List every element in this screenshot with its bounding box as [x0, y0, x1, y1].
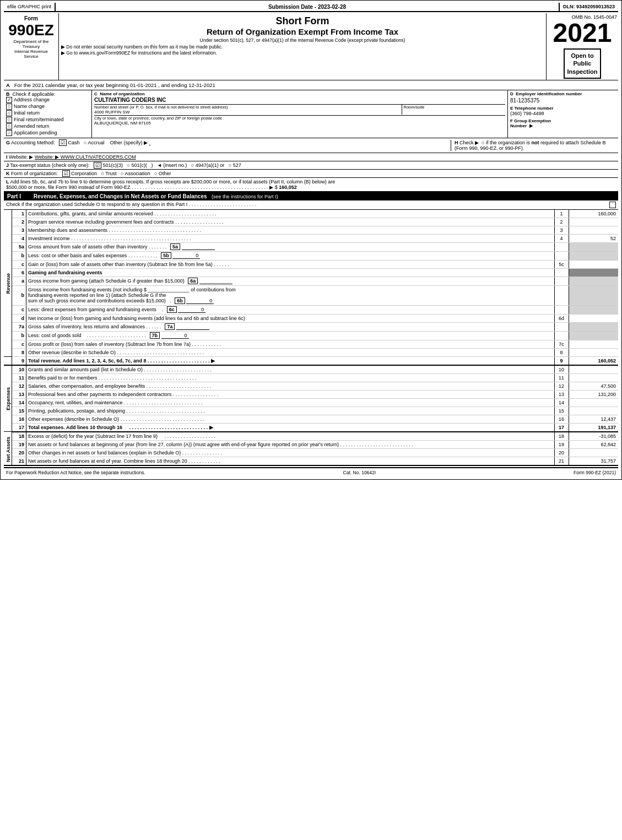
revenue-section-label: Revenue: [4, 210, 12, 357]
name-change-checkbox[interactable]: ○: [6, 104, 12, 110]
ein-number: 81-1235375: [510, 97, 616, 104]
tax-form-page: efile GRAPHIC print Submission Date - 20…: [0, 0, 622, 480]
checkbox-amended-return: ○ Amended return: [6, 123, 89, 129]
section-f-label: F Group ExemptionNumber ▶: [510, 118, 616, 128]
section-bcd: B Check if applicable: Address change ○ …: [4, 90, 618, 138]
table-row: 11 Benefits paid to or for members . . .…: [4, 373, 618, 382]
section-d: D Employer identification number 81-1235…: [508, 90, 618, 138]
j-501c3-checkbox[interactable]: ☑: [94, 162, 101, 169]
section-a: A For the 2021 calendar year, or tax yea…: [4, 80, 618, 90]
open-to-public-badge: Open to Public Inspection: [564, 48, 601, 79]
footer-form-number: Form 990-EZ (2021): [574, 470, 616, 475]
j-501c-radio[interactable]: ○: [127, 162, 129, 168]
part1-header: Part I Revenue, Expenses, and Changes in…: [4, 192, 618, 200]
expenses-table: Expenses 10 Grants and similar amounts p…: [4, 366, 618, 432]
cash-checkbox[interactable]: ☑: [59, 139, 67, 146]
section-h: H Check ▶ ○ if the organization is not r…: [451, 140, 616, 151]
city-row: City or town, state or province, country…: [94, 115, 505, 126]
form-year-block: OMB No. 1545-0047 2021 Open to Public In…: [547, 13, 618, 80]
section-g: G Accounting Method: ☑ Cash ○ Accrual Ot…: [6, 140, 451, 151]
amended-return-checkbox[interactable]: ○: [6, 123, 12, 129]
table-row: b Less: cost or other basis and sales ex…: [4, 251, 618, 260]
initial-return-checkbox[interactable]: ○: [6, 110, 12, 116]
part1-title: Revenue, Expenses, and Changes in Net As…: [34, 193, 278, 199]
room-suite: Room/suite: [402, 105, 506, 115]
net-assets-table: Net Assets 18 Excess or (deficit) for th…: [4, 432, 618, 466]
section-b: B Check if applicable: Address change ○ …: [4, 90, 92, 138]
j-4947-radio[interactable]: ○: [191, 162, 194, 168]
revenue-table: Revenue 1 Contributions, gifts, grants, …: [4, 210, 618, 366]
line-amount-1: 160,000: [569, 210, 618, 218]
table-row: a Gross income from gaming (attach Sched…: [4, 277, 618, 285]
table-row: b Gross income from fundraising events (…: [4, 285, 618, 305]
table-row: Revenue 1 Contributions, gifts, grants, …: [4, 210, 618, 218]
website-url: Website: ▶ WWW.CULTIVATECODERS.COM: [35, 154, 136, 160]
table-row: 12 Salaries, other compensation, and emp…: [4, 382, 618, 390]
k-trust-radio[interactable]: ○: [101, 171, 104, 176]
address-row: Number and street (or P. O. box, if mail…: [94, 104, 505, 115]
form-number-block: Form 990EZ Department of the Treasury In…: [4, 13, 59, 80]
address-change-checkbox[interactable]: [6, 97, 12, 103]
form-number: 990EZ: [8, 21, 54, 39]
street-address: Number and street (or P. O. box, if mail…: [94, 105, 399, 115]
schedule-o-checkbox[interactable]: [609, 202, 616, 208]
form-label: Form: [24, 15, 38, 21]
app-pending-checkbox[interactable]: ○: [6, 130, 12, 136]
checkbox-final-return: ○ Final return/terminated: [6, 117, 89, 123]
table-row: 16 Other expenses (describe in Schedule …: [4, 415, 618, 423]
table-row: 15 Printing, publications, postage, and …: [4, 407, 618, 415]
table-row: 6 Gaming and fundraising events: [4, 268, 618, 277]
top-header: efile GRAPHIC print Submission Date - 20…: [4, 3, 618, 12]
part1-label: Part I: [7, 193, 21, 199]
table-row: 14 Occupancy, rent, utilities, and maint…: [4, 398, 618, 407]
footer-cat-number: Cat. No. 10642I: [343, 470, 376, 475]
line-desc-1: Contributions, gifts, grants, and simila…: [26, 210, 555, 218]
section-c-title: C Name of organization: [94, 91, 505, 96]
net-assets-section-label: Net Assets: [4, 432, 12, 465]
table-row: 8 Other revenue (describe in Schedule O)…: [4, 348, 618, 356]
efile-label: efile GRAPHIC print: [4, 3, 56, 11]
k-assoc-radio[interactable]: ○: [121, 171, 123, 176]
table-row: 4 Investment income . . . . . . . . . . …: [4, 234, 618, 242]
k-other-radio[interactable]: ○: [154, 171, 157, 176]
table-row: 5a Gross amount from sale of assets othe…: [4, 242, 618, 251]
table-row: d Net income or (loss) from gaming and f…: [4, 314, 618, 322]
table-row: Net Assets 18 Excess or (deficit) for th…: [4, 432, 618, 441]
table-row: 17 Total expenses. Add lines 10 through …: [4, 423, 618, 432]
form-header: Form 990EZ Department of the Treasury In…: [4, 13, 618, 80]
part1-check-line: Check if the organization used Schedule …: [4, 200, 618, 210]
form-notice1: ▶ Do not enter social security numbers o…: [61, 44, 544, 50]
line-ref-1: 1: [554, 210, 569, 218]
table-row: 9 Total revenue. Add lines 1, 2, 3, 4, 5…: [4, 356, 618, 365]
table-row: 7a Gross sales of inventory, less return…: [4, 322, 618, 331]
k-corp-checkbox[interactable]: ☑: [62, 170, 70, 177]
dln-number: DLN: 93492059013523: [560, 3, 618, 11]
line-num-1: 1: [12, 210, 26, 218]
table-row: 19 Net assets or fund balances at beginn…: [4, 440, 618, 448]
tax-year: 2021: [553, 20, 612, 46]
table-row: 21 Net assets or fund balances at end of…: [4, 457, 618, 465]
short-form-title: Short Form: [61, 15, 544, 27]
section-l-amount: 160,052: [279, 185, 297, 190]
section-k: K Form of organization: ☑ Corporation ○ …: [4, 170, 618, 178]
section-e-label: E Telephone number: [510, 106, 616, 111]
form-title-block: Short Form Return of Organization Exempt…: [59, 13, 547, 80]
section-gh: G Accounting Method: ☑ Cash ○ Accrual Ot…: [4, 138, 618, 153]
table-row: 3 Membership dues and assessments . . . …: [4, 226, 618, 234]
table-row: c Less: direct expenses from gaming and …: [4, 305, 618, 314]
form-subtitle: Under section 501(c), 527, or 4947(a)(1)…: [61, 37, 544, 43]
section-d-title: D Employer identification number: [510, 91, 616, 96]
section-b-label: B Check if applicable:: [6, 91, 89, 97]
page-footer: For Paperwork Reduction Act Notice, see …: [4, 467, 618, 477]
checkbox-address-change: Address change: [6, 97, 89, 103]
section-i: I Website: ▶ Website: ▶ WWW.CULTIVATECOD…: [4, 153, 618, 161]
expenses-section-label: Expenses: [4, 366, 12, 432]
form-notice2: ▶ Go to www.irs.gov/Form990EZ for instru…: [61, 50, 544, 56]
org-name: CULTIVATING CODERS INC: [94, 97, 505, 103]
j-527-radio[interactable]: ○: [229, 162, 231, 168]
table-row: 2 Program service revenue including gove…: [4, 218, 618, 226]
section-j: J Tax-exempt status (check only one): ☑ …: [4, 161, 618, 170]
table-row: Expenses 10 Grants and similar amounts p…: [4, 366, 618, 374]
final-return-checkbox[interactable]: ○: [6, 117, 12, 123]
accrual-radio[interactable]: ○: [84, 140, 86, 145]
